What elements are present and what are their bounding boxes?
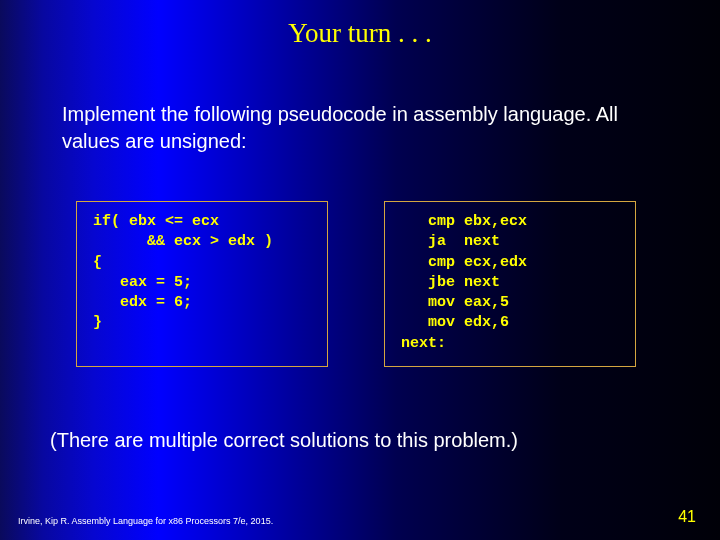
- assembly-text: cmp ebx,ecx ja next cmp ecx,edx jbe next…: [401, 212, 619, 354]
- page-number: 41: [678, 508, 696, 526]
- pseudocode-box: if( ebx <= ecx && ecx > edx ) { eax = 5;…: [76, 201, 328, 367]
- code-boxes-row: if( ebx <= ecx && ecx > edx ) { eax = 5;…: [0, 201, 720, 367]
- assembly-box: cmp ebx,ecx ja next cmp ecx,edx jbe next…: [384, 201, 636, 367]
- footer-citation: Irvine, Kip R. Assembly Language for x86…: [18, 516, 273, 526]
- intro-text: Implement the following pseudocode in as…: [62, 101, 660, 155]
- slide-title: Your turn . . .: [0, 0, 720, 49]
- pseudocode-text: if( ebx <= ecx && ecx > edx ) { eax = 5;…: [93, 212, 311, 334]
- note-text: (There are multiple correct solutions to…: [50, 429, 710, 452]
